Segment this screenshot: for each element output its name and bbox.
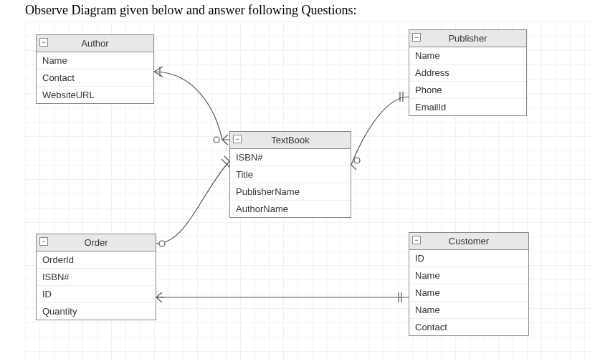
entity-publisher-header: − Publisher [409,30,526,47]
entity-textbook: − TextBook ISBN# Title PublisherName Aut… [229,131,351,218]
entity-textbook-header: − TextBook [230,132,351,149]
question-text: Observe Diagram given below and answer f… [25,3,356,18]
entity-attr: Name [409,47,526,64]
entity-attr: ISBN# [230,149,351,166]
collapse-icon[interactable]: − [39,237,48,246]
collapse-icon[interactable]: − [233,135,242,143]
entity-attr: Address [409,64,526,81]
entity-attr: WebsiteURL [37,86,153,103]
entity-title: Publisher [448,33,487,44]
entity-attr: Name [37,52,153,69]
entity-order: − Order OrderId ISBN# ID Quantity [36,234,156,320]
entity-attr: PublisherName [230,183,351,200]
entity-attr: EmailId [409,98,526,115]
entity-attr: AuthorName [230,200,351,217]
entity-customer: − Customer ID Name Name Name Contact [409,232,529,336]
entity-title: Author [81,38,108,49]
collapse-icon[interactable]: − [412,33,421,42]
entity-customer-header: − Customer [409,233,528,250]
entity-attr: Phone [409,81,526,98]
entity-attr: Name [409,267,528,284]
entity-title: Order [84,237,108,248]
entity-attr: ISBN# [37,268,156,285]
entity-order-header: − Order [37,234,156,252]
entity-attr: Name [409,284,528,301]
entity-publisher: − Publisher Name Address Phone EmailId [409,29,527,116]
entity-attr: Quantity [37,302,156,320]
entity-attr: ID [409,250,528,267]
entity-attr: Name [409,301,528,318]
entity-title: Customer [449,236,489,246]
entity-author: − Author Name Contact WebsiteURL [36,34,154,104]
collapse-icon[interactable]: − [39,38,48,47]
entity-attr: Contact [409,318,528,335]
entity-attr: ID [37,285,156,302]
collapse-icon[interactable]: − [412,236,421,244]
entity-title: TextBook [271,135,309,145]
entity-attr: Title [230,166,351,183]
entity-attr: OrderId [37,252,156,268]
entity-attr: Contact [37,69,153,86]
entity-author-header: − Author [37,35,153,52]
